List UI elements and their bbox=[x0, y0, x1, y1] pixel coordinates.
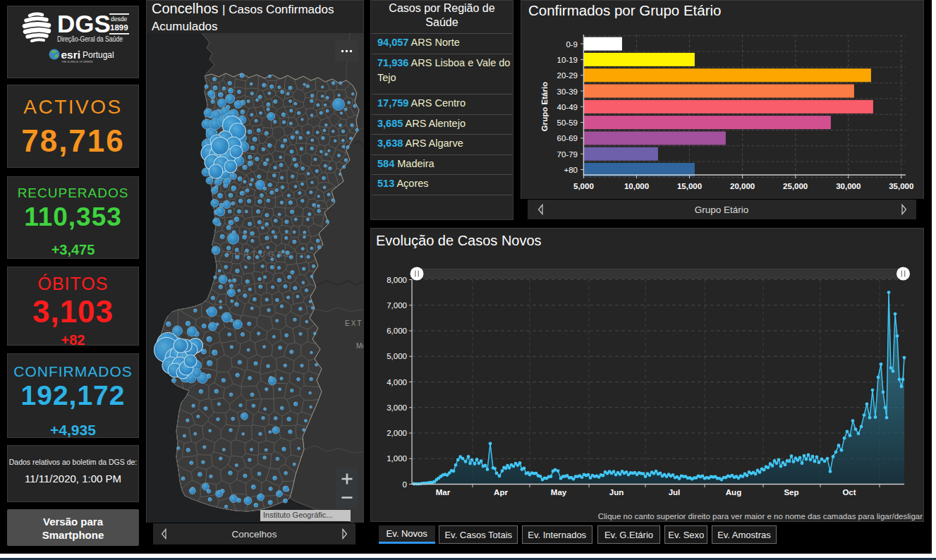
svg-text:Apr: Apr bbox=[494, 488, 508, 497]
svg-text:Grupo Etário: Grupo Etário bbox=[540, 82, 549, 131]
svg-text:10-19: 10-19 bbox=[557, 56, 578, 64]
svg-text:Mar: Mar bbox=[436, 488, 451, 497]
svg-text:Grupo Etário: Grupo Etário bbox=[695, 205, 749, 215]
svg-text:0-9: 0-9 bbox=[566, 40, 578, 49]
svg-text:Confirmados por Grupo Etário: Confirmados por Grupo Etário bbox=[528, 2, 721, 18]
svg-text:10,000: 10,000 bbox=[624, 182, 649, 190]
svg-text:60-69: 60-69 bbox=[557, 134, 578, 142]
svg-text:25,000: 25,000 bbox=[783, 182, 808, 190]
svg-text:esri: esri bbox=[61, 49, 81, 61]
svg-text:6,000: 6,000 bbox=[387, 327, 407, 335]
svg-text:70-79: 70-79 bbox=[557, 150, 578, 159]
svg-text:Sep: Sep bbox=[784, 488, 798, 497]
svg-text:20,000: 20,000 bbox=[730, 182, 755, 190]
svg-text:+80: +80 bbox=[564, 166, 578, 174]
svg-text:Oct: Oct bbox=[842, 488, 856, 497]
svg-text:Jul: Jul bbox=[669, 488, 681, 497]
svg-text:EXT: EXT bbox=[345, 319, 363, 327]
svg-text:Jun: Jun bbox=[609, 488, 624, 497]
svg-text:2,000: 2,000 bbox=[387, 429, 407, 437]
svg-text:Aug: Aug bbox=[726, 488, 741, 497]
svg-text:8,000: 8,000 bbox=[387, 276, 407, 284]
svg-text:1899: 1899 bbox=[110, 23, 128, 32]
svg-text:30-39: 30-39 bbox=[557, 87, 578, 96]
svg-text:3,000: 3,000 bbox=[387, 403, 407, 412]
svg-text:15,000: 15,000 bbox=[677, 182, 702, 190]
svg-text:desde: desde bbox=[111, 16, 127, 23]
svg-text:40-49: 40-49 bbox=[557, 103, 578, 111]
svg-text:20-29: 20-29 bbox=[557, 71, 578, 80]
svg-text:5,000: 5,000 bbox=[387, 352, 407, 360]
svg-text:Evolução de Casos Novos: Evolução de Casos Novos bbox=[376, 233, 542, 248]
svg-text:0: 0 bbox=[403, 480, 407, 489]
svg-text:35,000: 35,000 bbox=[889, 182, 913, 190]
svg-text:4,000: 4,000 bbox=[387, 378, 407, 386]
svg-text:Clique no canto superior direi: Clique no canto superior direito para ve… bbox=[598, 512, 923, 521]
svg-text:THE SCIENCE OF WHERE: THE SCIENCE OF WHERE bbox=[61, 61, 93, 63]
svg-text:Portugal: Portugal bbox=[83, 50, 114, 60]
svg-text:Mé: Mé bbox=[356, 342, 363, 350]
svg-text:1,000: 1,000 bbox=[387, 454, 407, 463]
svg-text:5,000: 5,000 bbox=[573, 182, 594, 190]
svg-text:7,000: 7,000 bbox=[387, 301, 407, 310]
svg-text:Concelhos: Concelhos bbox=[232, 529, 277, 540]
svg-text:DGS: DGS bbox=[57, 10, 111, 37]
svg-text:50-59: 50-59 bbox=[557, 118, 578, 127]
svg-text:Direção-Geral da Saúde: Direção-Geral da Saúde bbox=[57, 35, 123, 43]
svg-text:30,000: 30,000 bbox=[836, 182, 861, 190]
svg-text:May: May bbox=[551, 488, 567, 497]
